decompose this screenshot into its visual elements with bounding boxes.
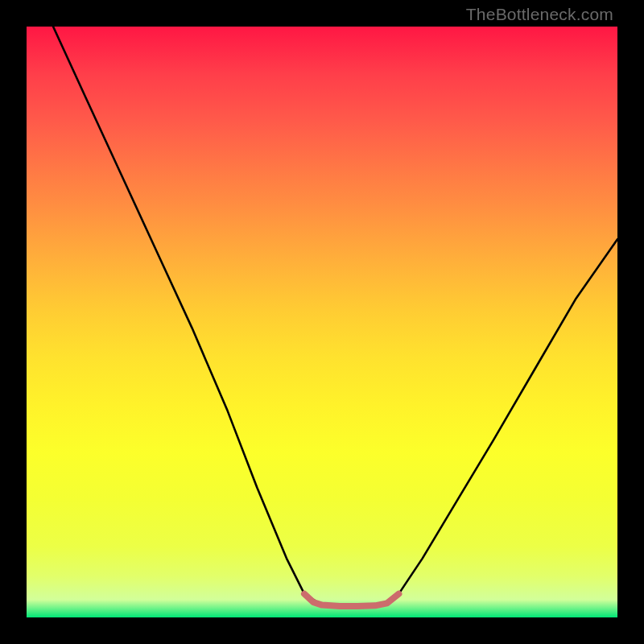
plot-area [27,27,617,617]
watermark-text: TheBottleneck.com [466,5,613,24]
black-curve [53,27,617,605]
bottom-highlight [304,594,398,606]
chart-frame: TheBottleneck.com [0,0,644,644]
curve-svg [27,27,617,617]
